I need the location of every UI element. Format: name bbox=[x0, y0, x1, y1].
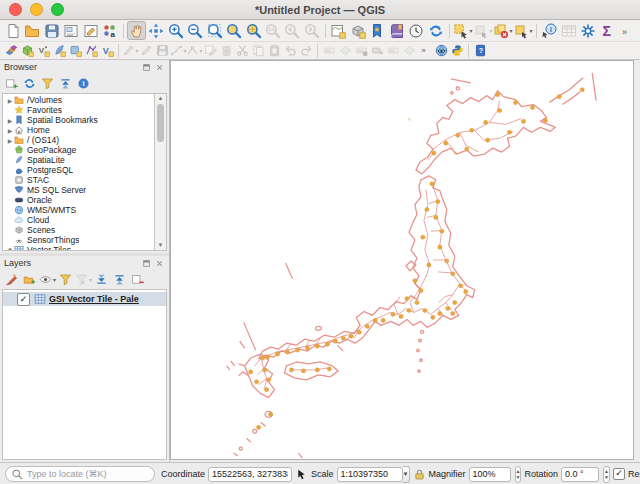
coordinate-input[interactable] bbox=[208, 467, 292, 482]
collapse-all-layers-button[interactable] bbox=[111, 272, 128, 288]
new-project-button[interactable] bbox=[3, 21, 22, 40]
layer-labeling-button[interactable]: abc bbox=[321, 43, 337, 58]
browser-scrollbar[interactable]: ▲ ▼ bbox=[154, 94, 166, 250]
browser-close-button[interactable] bbox=[154, 62, 165, 73]
browser-filter-button[interactable] bbox=[39, 76, 56, 92]
deselect-features-button[interactable]: ▾ bbox=[493, 21, 513, 40]
add-group-button[interactable] bbox=[21, 272, 38, 288]
expander-icon[interactable]: ▶ bbox=[6, 127, 14, 134]
browser-item-spatialite[interactable]: SpatiaLite bbox=[3, 155, 154, 165]
expander-icon[interactable]: ▶ bbox=[6, 117, 14, 124]
browser-collapse-all-button[interactable] bbox=[57, 76, 74, 92]
copy-features-button[interactable] bbox=[250, 43, 266, 58]
undo-button[interactable] bbox=[282, 43, 298, 58]
lock-scale-icon[interactable] bbox=[413, 468, 426, 481]
move-label-button[interactable] bbox=[401, 43, 417, 58]
rotation-stepper[interactable]: ▲▼ bbox=[603, 466, 610, 483]
style-manager-button[interactable]: a bbox=[100, 21, 119, 40]
data-source-manager-button[interactable] bbox=[3, 43, 19, 58]
save-layer-edits-button[interactable] bbox=[154, 43, 170, 58]
identify-features-button[interactable]: i bbox=[540, 21, 559, 40]
magnifier-input[interactable] bbox=[469, 467, 511, 482]
zoom-in-button[interactable] bbox=[166, 21, 185, 40]
browser-item-oracle[interactable]: Oracle bbox=[3, 195, 154, 205]
python-console-button[interactable] bbox=[449, 43, 465, 58]
scroll-up-icon[interactable]: ▲ bbox=[158, 94, 164, 103]
fullscreen-window-button[interactable] bbox=[51, 3, 64, 16]
remove-layer-button[interactable] bbox=[129, 272, 146, 288]
browser-item-spatial-bookmarks[interactable]: ▶ Spatial Bookmarks bbox=[3, 115, 154, 125]
zoom-to-selection-button[interactable] bbox=[224, 21, 243, 40]
scrollbar-thumb[interactable] bbox=[157, 104, 164, 142]
select-by-value-button[interactable]: ▾ bbox=[473, 21, 493, 40]
browser-item-ms-sql-server[interactable]: MS SQL Server bbox=[3, 185, 154, 195]
new-mesh-layer-button[interactable] bbox=[83, 43, 99, 58]
zoom-last-button[interactable] bbox=[283, 21, 302, 40]
layer-diagram-button[interactable] bbox=[337, 43, 353, 58]
metasearch-button[interactable] bbox=[433, 43, 449, 58]
zoom-out-button[interactable] bbox=[185, 21, 204, 40]
browser-item-favorites[interactable]: Favorites bbox=[3, 105, 154, 115]
expander-icon[interactable]: ▼ bbox=[6, 247, 14, 250]
vertex-tool-button[interactable]: ▾ bbox=[186, 43, 202, 58]
extents-toggle-icon[interactable] bbox=[295, 468, 308, 481]
new-virtual-layer-button[interactable]: V bbox=[99, 43, 115, 58]
expander-icon[interactable]: ▶ bbox=[6, 137, 14, 144]
edit-toolbar-overflow-button[interactable]: » bbox=[417, 43, 433, 58]
toolbar-overflow-button[interactable]: » bbox=[617, 21, 636, 40]
open-layer-styling-button[interactable] bbox=[3, 272, 20, 288]
browser-item-postgresql[interactable]: PostgreSQL bbox=[3, 165, 154, 175]
new-temporary-scratch-layer-button[interactable] bbox=[67, 43, 83, 58]
modify-label-button[interactable]: abc bbox=[353, 43, 369, 58]
browser-item-volumes[interactable]: ▶ /Volumes bbox=[3, 95, 154, 105]
delete-selected-button[interactable] bbox=[218, 43, 234, 58]
show-layout-manager-button[interactable] bbox=[81, 21, 100, 40]
zoom-native-button[interactable]: 1:1 bbox=[263, 21, 282, 40]
manage-map-themes-button[interactable]: ▾ bbox=[39, 272, 56, 288]
redo-button[interactable] bbox=[298, 43, 314, 58]
open-project-button[interactable] bbox=[22, 21, 41, 40]
pan-to-selection-button[interactable] bbox=[146, 21, 165, 40]
map-canvas[interactable] bbox=[170, 60, 634, 460]
new-map-view-button[interactable] bbox=[329, 21, 348, 40]
processing-toolbox-button[interactable] bbox=[579, 21, 598, 40]
layers-float-button[interactable] bbox=[141, 258, 152, 269]
browser-item-sensorthings[interactable]: SensorThings bbox=[3, 235, 154, 245]
browser-item-vector-tiles[interactable]: ▼ Vector Tiles bbox=[3, 245, 154, 250]
expander-icon[interactable]: ▶ bbox=[6, 97, 14, 104]
new-geopackage-layer-button[interactable] bbox=[19, 43, 35, 58]
close-window-button[interactable] bbox=[9, 3, 22, 16]
temporal-controller-button[interactable] bbox=[407, 21, 426, 40]
zoom-next-button[interactable] bbox=[302, 21, 321, 40]
layers-close-button[interactable] bbox=[154, 258, 165, 269]
new-spatialite-layer-button[interactable] bbox=[51, 43, 67, 58]
filter-by-expression-button[interactable]: ε ▾ bbox=[75, 272, 92, 288]
help-button[interactable]: ? bbox=[472, 43, 488, 58]
select-features-button[interactable]: ▾ bbox=[453, 21, 473, 40]
browser-item-stac[interactable]: STAC bbox=[3, 175, 154, 185]
save-project-button[interactable] bbox=[42, 21, 61, 40]
magnifier-stepper[interactable]: ▲▼ bbox=[515, 466, 522, 483]
paste-features-button[interactable] bbox=[266, 43, 282, 58]
locator-search[interactable]: Type to locate (⌘K) bbox=[5, 466, 155, 482]
new-3d-map-view-button[interactable] bbox=[348, 21, 367, 40]
browser-float-button[interactable] bbox=[141, 62, 152, 73]
browser-item-cloud[interactable]: Cloud bbox=[3, 215, 154, 225]
layer-visibility-checkbox[interactable]: ✓ bbox=[17, 293, 30, 306]
statistics-button[interactable]: Σ bbox=[598, 21, 617, 40]
rotation-input[interactable] bbox=[561, 467, 599, 482]
browser-refresh-button[interactable] bbox=[21, 76, 38, 92]
pan-map-button[interactable] bbox=[127, 21, 146, 40]
zoom-full-button[interactable] bbox=[205, 21, 224, 40]
filter-legend-button[interactable] bbox=[57, 272, 74, 288]
show-spatial-bookmarks-button[interactable] bbox=[387, 21, 406, 40]
layer-item-gsi-vector-tile-pale[interactable]: ✓ GSI Vector Tile - Pale bbox=[3, 292, 166, 306]
browser-properties-button[interactable]: i bbox=[75, 76, 92, 92]
new-print-layout-button[interactable] bbox=[61, 21, 80, 40]
render-checkbox[interactable]: ✓ bbox=[613, 468, 625, 480]
modify-attributes-button[interactable] bbox=[202, 43, 218, 58]
new-shapefile-layer-button[interactable]: V bbox=[35, 43, 51, 58]
refresh-map-button[interactable] bbox=[426, 21, 445, 40]
browser-item-scenes[interactable]: Scenes bbox=[3, 225, 154, 235]
scale-dropdown-button[interactable]: ▼ bbox=[403, 466, 410, 483]
